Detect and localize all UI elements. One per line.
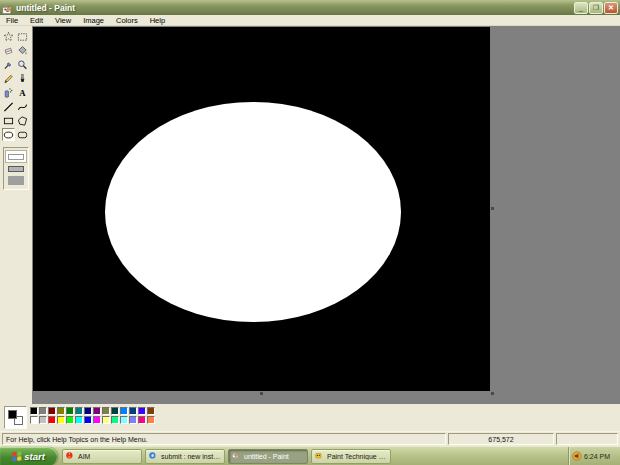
volume-icon[interactable] [572,451,582,461]
color-box [0,404,620,431]
tool-polygon[interactable] [16,114,29,127]
canvas-resize-handle-right[interactable] [491,207,494,210]
color-swatch-0000ff[interactable] [84,416,92,424]
taskbar-button-submit-new-instruct[interactable]: esubmit : new instruct... [145,449,225,464]
window-title: untitled - Paint [16,3,573,13]
magnifier-icon [17,59,28,71]
fill-option-preview [8,154,24,160]
color-swatch-ff0080[interactable] [138,416,146,424]
text-icon: A [17,87,28,99]
taskbar-button-label: Paint Technique Instr... [327,453,387,460]
color-swatch-804000[interactable] [147,407,155,415]
color-swatch-c0c0c0[interactable] [39,416,47,424]
taskbar-button-paint-technique-instr[interactable]: Paint Technique Instr... [311,449,391,464]
tool-eraser[interactable] [2,44,15,57]
color-swatch-00ffff[interactable] [75,416,83,424]
tool-free-form-select[interactable] [2,30,15,43]
color-swatch-000080[interactable] [84,407,92,415]
drawing-canvas[interactable] [33,27,490,391]
free-form-select-icon [3,31,14,43]
color-swatch-008080[interactable] [75,407,83,415]
start-button-label: start [24,451,45,462]
color-swatch-004080[interactable] [129,407,137,415]
menu-view[interactable]: View [49,15,77,26]
taskbar: start AIMesubmit : new instruct...untitl… [0,446,620,465]
rectangle-icon [3,115,14,127]
windows-flag-icon [12,451,22,462]
status-help-text: For Help, click Help Topics on the Help … [2,433,446,445]
fill-option-outline[interactable] [6,151,26,162]
line-icon [3,101,14,113]
color-swatch-ffffff[interactable] [30,416,38,424]
taskbar-button-aim[interactable]: AIM [62,449,142,464]
status-bar: For Help, click Help Topics on the Help … [0,431,620,446]
pencil-icon [3,73,14,85]
eraser-icon [3,45,14,57]
menu-edit[interactable]: Edit [24,15,49,26]
paint-app-icon [2,2,13,13]
tool-fill-with-color[interactable] [16,44,29,57]
fill-option-fill-only[interactable] [6,175,26,186]
color-swatch-4000ff[interactable] [138,407,146,415]
color-swatch-000000[interactable] [30,407,38,415]
taskbar-clock: 6:24 PM [584,453,610,460]
color-swatch-ffff00[interactable] [57,416,65,424]
color-swatch-ff0000[interactable] [48,416,56,424]
status-cursor-position: 675,572 [448,433,554,445]
color-swatch-0080ff[interactable] [120,407,128,415]
color-swatch-008000[interactable] [66,407,74,415]
taskbar-button-label: AIM [78,453,90,460]
color-swatch-ffff80[interactable] [102,416,110,424]
tool-text[interactable]: A [16,86,29,99]
tool-pick-color[interactable] [2,58,15,71]
menu-image[interactable]: Image [77,15,110,26]
tool-rounded-rectangle[interactable] [16,128,29,141]
color-swatch-00ff00[interactable] [66,416,74,424]
color-swatch-ff8040[interactable] [147,416,155,424]
color-swatch-8080ff[interactable] [129,416,137,424]
tool-airbrush[interactable] [2,86,15,99]
color-swatch-808080[interactable] [39,407,47,415]
polygon-icon [17,115,28,127]
pick-color-icon [3,59,14,71]
robot-icon [315,452,324,461]
taskbar-button-untitled-paint[interactable]: untitled - Paint [228,449,308,464]
tool-rectangle[interactable] [2,114,15,127]
color-swatch-004040[interactable] [111,407,119,415]
select-icon [17,31,28,43]
tool-curve[interactable] [16,100,29,113]
maximize-button[interactable]: ❐ [589,2,603,14]
tool-line[interactable] [2,100,15,113]
fill-option-preview [8,166,24,172]
foreground-color-swatch [8,410,17,419]
color-swatch-808040[interactable] [102,407,110,415]
menu-file[interactable]: File [0,15,24,26]
color-swatch-00ff80[interactable] [111,416,119,424]
paint-app-icon [232,452,241,461]
menu-help[interactable]: Help [144,15,171,26]
ellipse-icon [3,129,14,141]
tool-select[interactable] [16,30,29,43]
color-swatch-ff00ff[interactable] [93,416,101,424]
canvas-resize-handle-corner[interactable] [491,392,494,395]
minimize-button[interactable]: _ [574,2,588,14]
canvas-resize-handle-bottom[interactable] [260,392,263,395]
menu-colors[interactable]: Colors [110,15,144,26]
desktop-screen: untitled - Paint _ ❐ ✕ FileEditViewImage… [0,0,620,465]
status-selection-size [556,433,618,445]
tool-brush[interactable] [16,72,29,85]
color-swatch-80ffff[interactable] [120,416,128,424]
start-button[interactable]: start [0,447,57,465]
taskbar-button-label: untitled - Paint [244,453,289,460]
tool-magnifier[interactable] [16,58,29,71]
color-swatch-808000[interactable] [57,407,65,415]
close-button[interactable]: ✕ [604,2,618,14]
menu-bar: FileEditViewImageColorsHelp [0,15,620,26]
tool-ellipse[interactable] [2,128,15,141]
fill-option-outline-with-fill[interactable] [6,163,26,174]
color-swatch-800000[interactable] [48,407,56,415]
tools-grid: A [0,26,32,141]
brush-icon [17,73,28,85]
color-swatch-800080[interactable] [93,407,101,415]
tool-pencil[interactable] [2,72,15,85]
